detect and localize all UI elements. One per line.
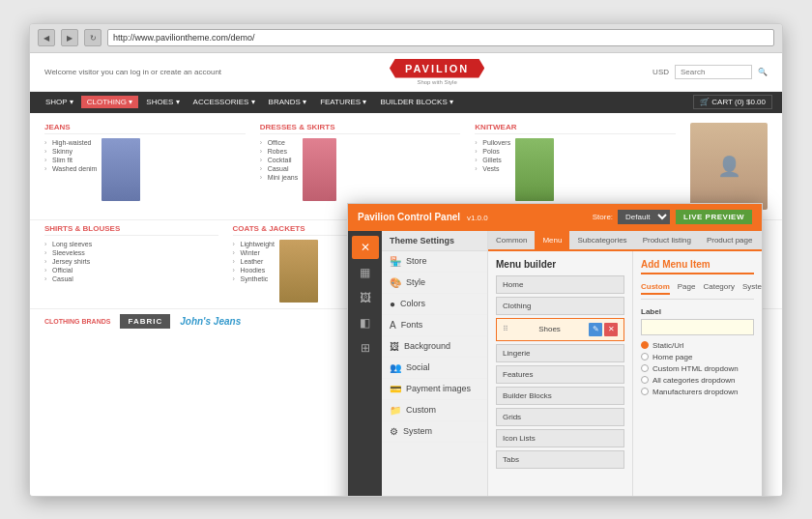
coat-item[interactable]: Leather <box>233 257 275 266</box>
social-icon: 👥 <box>390 362 401 373</box>
menu-item-clothing[interactable]: Clothing <box>496 297 624 315</box>
nav-clothing[interactable]: CLOTHING ▾ <box>81 96 139 108</box>
jeans-image <box>102 138 140 201</box>
cp-menu-custom[interactable]: 📁 Custom <box>382 400 487 421</box>
cp-menu-store[interactable]: 🏪 Store <box>382 251 487 273</box>
cp-sidebar: ✕ ▦ 🖼 ◧ ⊞ <box>348 231 382 496</box>
shirt-item[interactable]: Casual <box>44 274 92 283</box>
tab-product-page[interactable]: Product page <box>699 231 761 249</box>
ami-tab-category[interactable]: Category <box>703 282 734 295</box>
shoes-label: Shoes <box>538 325 561 333</box>
store-header: Welcome visitor you can log in or create… <box>30 53 782 92</box>
cp-sidebar-image[interactable]: 🖼 <box>352 286 379 309</box>
ami-radio-homepage[interactable]: Home page <box>641 353 754 361</box>
shirt-item[interactable]: Jersey shirts <box>44 257 92 266</box>
ami-label-input[interactable] <box>641 319 754 335</box>
dress-item[interactable]: Office <box>260 138 299 147</box>
search-input[interactable] <box>675 65 752 79</box>
menu-item-icon-lists[interactable]: Icon Lists <box>496 429 624 447</box>
menu-item-home[interactable]: Home <box>496 275 624 294</box>
jeans-item[interactable]: Washed denim <box>44 164 97 173</box>
knit-item[interactable]: Polos <box>475 147 510 156</box>
ami-radio-manufacturers[interactable]: Manufacturers dropdown <box>641 388 754 396</box>
menu-item-lingerie[interactable]: Lingerie <box>496 344 624 362</box>
background-icon: 🖼 <box>390 341 399 352</box>
ami-tab-custom[interactable]: Custom <box>641 282 670 295</box>
cp-menu-social[interactable]: 👥 Social <box>382 358 487 379</box>
shirt-item[interactable]: Official <box>44 266 92 274</box>
knit-item[interactable]: Gillets <box>475 156 510 164</box>
knitwear-image <box>515 138 554 201</box>
cp-menu-fonts[interactable]: A Fonts <box>382 315 487 336</box>
brand-fabric[interactable]: FABRIC <box>120 314 170 329</box>
menu-item-features[interactable]: Features <box>496 365 624 384</box>
cp-sidebar-expand[interactable]: ⊞ <box>352 336 379 360</box>
dress-item[interactable]: Casual <box>260 164 299 173</box>
menu-item-shoes[interactable]: ⠿ Shoes ✎ ✕ <box>496 318 624 341</box>
shirt-item[interactable]: Long sleeves <box>44 240 92 248</box>
ami-tab-page[interactable]: Page <box>678 282 696 295</box>
cp-main: Common Menu Subcategories Product listin… <box>488 231 762 496</box>
knit-item[interactable]: Pullovers <box>475 138 510 147</box>
forward-button[interactable]: ▶ <box>61 29 78 46</box>
nav-builder[interactable]: BUILDER BLOCKS ▾ <box>374 96 459 108</box>
jeans-item[interactable]: Slim fit <box>44 156 97 164</box>
ami-radio-html[interactable]: Custom HTML dropdown <box>641 364 754 373</box>
add-menu-title: Add Menu Item <box>641 259 754 274</box>
tabs-label: Tabs <box>503 455 519 464</box>
shirt-item[interactable]: Sleeveless <box>44 248 92 257</box>
menu-item-builder-blocks[interactable]: Builder Blocks <box>496 387 624 405</box>
menu-item-grids[interactable]: Grids <box>496 408 624 426</box>
nav-shoes[interactable]: SHOES ▾ <box>140 96 185 108</box>
tab-product-listing[interactable]: Product listing <box>635 231 699 249</box>
knitwear-title: KNITWEAR <box>475 123 676 134</box>
delete-shoes-button[interactable]: ✕ <box>604 323 618 336</box>
ami-tab-system[interactable]: System <box>742 282 762 295</box>
knit-item[interactable]: Vests <box>475 164 510 173</box>
nav-features[interactable]: FEATURES ▾ <box>314 96 372 108</box>
ami-radio-allcat[interactable]: All categories dropdown <box>641 376 754 385</box>
ami-tabs: Custom Page Category System <box>641 282 754 300</box>
cp-sidebar-settings[interactable]: ✕ <box>352 236 379 259</box>
coat-item[interactable]: Hoodies <box>233 266 275 274</box>
nav-brands[interactable]: BRANDS ▾ <box>263 96 313 108</box>
jeans-item[interactable]: High-waisted <box>44 138 97 147</box>
menu-item-tabs[interactable]: Tabs <box>496 450 624 469</box>
refresh-button[interactable]: ↻ <box>84 29 102 46</box>
tab-common[interactable]: Common <box>488 231 535 249</box>
dress-item[interactable]: Cocktail <box>260 156 299 164</box>
coat-item[interactable]: Winter <box>233 248 275 257</box>
tab-subcategories[interactable]: Subcategories <box>569 231 634 249</box>
cp-sidebar-layers[interactable]: ◧ <box>352 311 379 334</box>
coat-item[interactable]: Synthetic <box>233 274 275 283</box>
cp-store-select[interactable]: Default <box>618 210 670 224</box>
dress-image <box>303 138 336 201</box>
coat-item[interactable]: Lightweight <box>233 240 275 248</box>
cp-preview-button[interactable]: LIVE PREVIEW <box>676 210 752 224</box>
browser-window: ◀ ▶ ↻ http://www.paviliontheme.com/demo/… <box>29 23 783 497</box>
cp-menu-payment[interactable]: 💳 Payment images <box>382 379 487 400</box>
tab-menu[interactable]: Menu <box>535 231 569 249</box>
cp-sidebar-layout[interactable]: ▦ <box>352 261 379 284</box>
brand-johns[interactable]: John's Jeans <box>180 316 241 327</box>
address-bar[interactable]: http://www.paviliontheme.com/demo/ <box>107 29 774 46</box>
cp-menu-colors[interactable]: ● Colors <box>382 294 487 315</box>
cp-menu-background[interactable]: 🖼 Background <box>382 336 487 358</box>
back-button[interactable]: ◀ <box>38 29 55 46</box>
nav-shop[interactable]: SHOP ▾ <box>40 96 79 108</box>
radio-allcat-indicator <box>641 376 649 384</box>
nav-cart[interactable]: 🛒 CART (0) $0.00 <box>693 95 772 109</box>
cp-menu-system[interactable]: ⚙ System <box>382 421 487 443</box>
search-icon[interactable]: 🔍 <box>758 68 768 76</box>
dress-item[interactable]: Robes <box>260 147 299 156</box>
dress-item[interactable]: Mini jeans <box>260 173 299 182</box>
ami-radio-static[interactable]: Static/Url <box>641 341 754 350</box>
edit-shoes-button[interactable]: ✎ <box>589 323 602 336</box>
control-panel: Pavilion Control Panel v1.0.0 Store: Def… <box>347 203 763 496</box>
store-icon: 🏪 <box>390 256 401 267</box>
nav-accessories[interactable]: ACCESSORIES ▾ <box>188 96 261 108</box>
fonts-icon: A <box>390 320 396 331</box>
home-label: Home <box>503 280 523 289</box>
cp-menu-style[interactable]: 🎨 Style <box>382 273 487 294</box>
jeans-item[interactable]: Skinny <box>44 147 97 156</box>
